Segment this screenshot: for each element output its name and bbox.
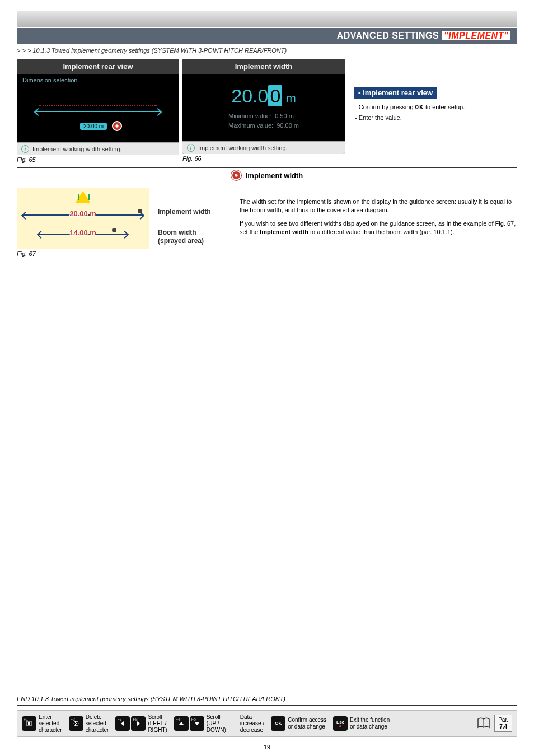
desc-line-2: - Enter the value. [355, 114, 517, 121]
f4-button[interactable]: F4 [174, 716, 189, 731]
figures-row: Implement rear view Dimension selection … [17, 59, 517, 163]
fig65-hint: Implement working width setting. [32, 146, 122, 152]
ok-button[interactable]: OK [271, 716, 285, 731]
f5-button[interactable]: F5 [190, 716, 204, 731]
fig67-caption: Fig. 67 [17, 250, 149, 257]
fig67-wrapper: 20.00 m 14.00 m Fig. 67 [17, 188, 149, 257]
fig65-caption: Fig. 65 [17, 156, 179, 163]
fig66-hint-bar: i Implement working width setting. [182, 141, 345, 154]
data-label: Data increase / decrease [240, 714, 264, 734]
legend-boom-width: Boom width (sprayed area) [158, 228, 231, 245]
fig65-body: 20.00 m [17, 86, 179, 142]
manual-ref: Par. 7.4 [476, 715, 512, 732]
desc-line-1: - Confirm by pressing OK to enter setup. [355, 104, 517, 111]
max-val: 90.00 m [277, 122, 299, 129]
fn-label: F1 [24, 717, 28, 721]
f2-button[interactable]: F2 [69, 716, 83, 731]
nozzle-icon [112, 228, 116, 232]
marker-icon [112, 121, 122, 131]
key-f2: F2 Delete selected character [69, 714, 109, 734]
fig67-bot-label: 14.00 m [69, 228, 96, 237]
fig-65-panel: Implement rear view Dimension selection … [17, 59, 179, 163]
header-title: ADVANCED SETTINGS "IMPLEMENT" [17, 28, 517, 44]
f7-button[interactable]: F7 [115, 716, 130, 731]
value-main: 20.0 [231, 85, 268, 106]
fig65-hint-bar: i Implement working width setting. [17, 142, 179, 155]
desc-heading: • Implement rear view [354, 87, 437, 99]
desc-1a: - Confirm by pressing [355, 104, 415, 110]
fig66-title: Implement width [182, 59, 345, 74]
fig67-diagram: 20.00 m 14.00 m [17, 188, 149, 249]
header-title-text: ADVANCED SETTINGS [337, 31, 442, 40]
info-icon: i [187, 144, 195, 152]
p2-bold: Implement width [260, 228, 308, 235]
body-p2: If you wish to see two different widths … [240, 220, 517, 237]
led-dot-icon [339, 725, 341, 727]
value-unit: m [285, 91, 296, 105]
ok-key-text: OK [415, 104, 424, 111]
implement-width-bar: 20.00 m [22, 210, 143, 220]
divider [354, 100, 517, 100]
desc-1b: to enter setup. [424, 104, 465, 110]
par-value: 7.4 [498, 724, 508, 730]
header-gradient-bar [17, 11, 517, 27]
value-cursor: 0 [268, 85, 282, 106]
fn-label: F2 [71, 717, 75, 721]
fig67-top-label: 20.00 m [69, 209, 96, 218]
legend-boom-b: (sprayed area) [158, 237, 204, 245]
p2b: to a different value than the boom width… [308, 228, 455, 235]
key-f1: F1 Enter selected character [22, 714, 62, 734]
min-val: 0.50 m [275, 113, 294, 119]
esc-text: Esc [336, 720, 344, 725]
nozzle-icon [138, 209, 142, 213]
key-esc: Esc Exit the function or data change [333, 716, 390, 731]
divider [17, 705, 517, 706]
iw-title: Implement width [246, 171, 303, 180]
fn-label: F4 [176, 717, 180, 721]
marker-icon [231, 170, 241, 180]
fig67-row: 20.00 m 14.00 m Fig. 67 Implement width … [17, 188, 517, 257]
fig66-value: 20.00m [231, 85, 296, 107]
min-label: Minimum value: [228, 113, 271, 119]
ok-text: OK [275, 721, 282, 726]
footer-keys: F1 Enter selected character F2 Delete se… [17, 710, 517, 738]
book-icon [476, 717, 491, 730]
f8-button[interactable]: F8 [131, 716, 146, 731]
fig66-caption: Fig. 66 [182, 155, 345, 162]
fn-label: F8 [133, 717, 137, 721]
fig-66-panel: Implement width 20.00m Minimum value: 0.… [182, 59, 345, 162]
divider [233, 716, 233, 731]
divider [17, 55, 517, 55]
par-box: Par. 7.4 [494, 715, 512, 732]
body-text: The width set for the implement is shown… [240, 188, 517, 257]
key-ok: OK Confirm access or data change [271, 716, 326, 731]
fn-label: F5 [191, 717, 196, 721]
boom-line [39, 105, 157, 108]
fn-label: F7 [117, 717, 121, 721]
par-label: Par. [498, 717, 508, 723]
page-number: 19 [253, 741, 281, 750]
breadcrumb: > > > 10.1.3 Towed implement geometry se… [17, 47, 517, 54]
tractor-icon [75, 191, 91, 203]
f1-label: Enter selected character [39, 714, 62, 734]
esc-label: Exit the function or data change [350, 717, 390, 730]
rear-view-description: • Implement rear view - Confirm by press… [348, 59, 517, 121]
tractor-diagram: 20.00 m [31, 93, 165, 136]
body-p1: The width set for the implement is shown… [240, 198, 517, 215]
implement-width-header: Implement width [17, 167, 517, 183]
esc-button[interactable]: Esc [333, 716, 348, 731]
fig66-minmax: Minimum value: 0.50 m Maximum value: 90.… [228, 111, 299, 130]
key-f7-f8: F7 F8 Scroll (LEFT / RIGHT) [115, 714, 167, 734]
f2-label: Delete selected character [86, 714, 109, 734]
key-f4-f5: F4 F5 Scroll (UP / DOWN) [174, 714, 226, 734]
width-arrow [36, 111, 160, 112]
svg-rect-1 [28, 722, 30, 725]
f1-button[interactable]: F1 [22, 716, 36, 731]
dimension-label: 20.00 m [80, 123, 107, 130]
fig65-subtitle: Dimension selection [17, 74, 179, 86]
legend-boom-a: Boom width [158, 228, 196, 236]
info-icon: i [21, 145, 29, 153]
fig66-hint: Implement working width setting. [198, 144, 288, 151]
max-label: Maximum value: [228, 122, 273, 129]
end-line: END 10.1.3 Towed implement geometry sett… [17, 696, 285, 702]
